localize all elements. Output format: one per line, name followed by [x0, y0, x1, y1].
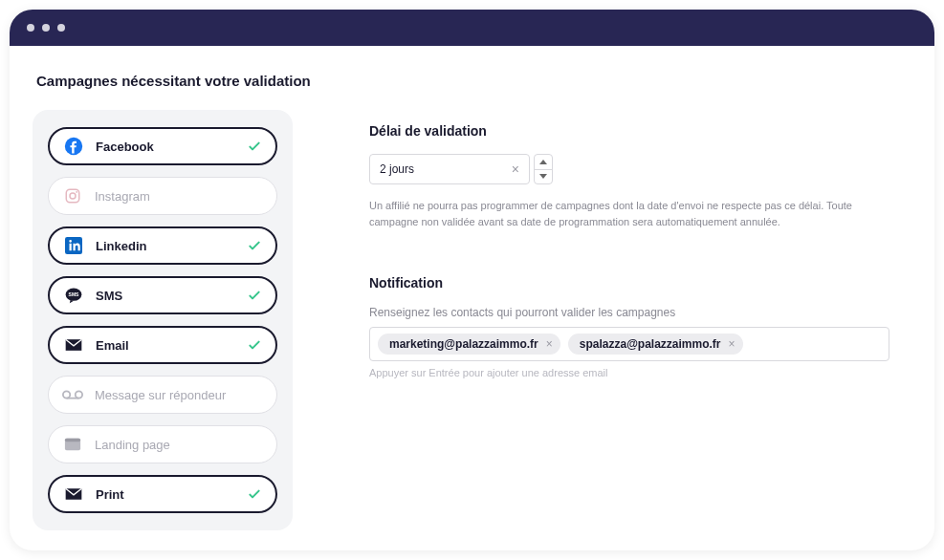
remove-tag-icon[interactable]: ×: [546, 337, 553, 351]
channel-label: Facebook: [96, 140, 247, 154]
channel-item-instagram[interactable]: Instagram: [48, 177, 277, 215]
check-icon: [247, 486, 262, 502]
clear-icon[interactable]: ×: [512, 162, 519, 177]
channel-label: Linkedin: [96, 239, 247, 253]
check-icon: [247, 337, 262, 353]
contact-tag: marketing@palazzaimmo.fr ×: [378, 334, 560, 355]
contacts-input[interactable]: marketing@palazzaimmo.fr × spalazza@pala…: [369, 327, 889, 361]
instagram-icon: [62, 185, 83, 206]
svg-text:SMS: SMS: [69, 291, 80, 297]
body: Facebook Instagram: [33, 110, 911, 530]
channel-panel: Facebook Instagram: [33, 110, 293, 530]
remove-tag-icon[interactable]: ×: [729, 337, 735, 351]
channel-item-sms[interactable]: SMS SMS: [48, 276, 277, 314]
check-icon: [247, 238, 262, 253]
channel-item-voicemail[interactable]: Message sur répondeur: [48, 376, 277, 414]
contact-email: spalazza@palazzaimmo.fr: [580, 337, 721, 351]
sms-icon: SMS: [63, 285, 84, 306]
contacts-hint: Appuyer sur Entrée pour ajouter une adre…: [369, 367, 911, 378]
channel-item-landing[interactable]: Landing page: [48, 425, 277, 463]
channel-label: Instagram: [95, 189, 263, 204]
channel-label: Message sur répondeur: [95, 388, 263, 402]
channel-item-email[interactable]: Email: [48, 326, 277, 364]
notification-label: Renseignez les contacts qui pourront val…: [369, 306, 911, 319]
svg-point-7: [63, 391, 70, 398]
landing-icon: [62, 434, 83, 455]
main-panel: Délai de validation 2 jours ×: [369, 110, 911, 530]
titlebar: [10, 10, 934, 46]
check-icon: [247, 288, 262, 303]
svg-point-3: [76, 191, 77, 193]
email-icon: [63, 334, 84, 355]
app-window: Campagnes nécessitant votre validation F…: [10, 10, 934, 550]
channel-label: Landing page: [95, 438, 263, 452]
delay-field-row: 2 jours ×: [369, 154, 911, 184]
contact-email: marketing@palazzaimmo.fr: [389, 337, 538, 351]
facebook-icon: [63, 136, 84, 157]
channel-item-facebook[interactable]: Facebook: [48, 127, 277, 165]
window-dot: [27, 24, 34, 32]
window-dot: [42, 24, 50, 32]
delay-help-text: Un affilié ne pourra pas programmer de c…: [369, 198, 886, 229]
svg-point-2: [70, 193, 76, 199]
channel-item-print[interactable]: Print: [48, 475, 277, 513]
channel-label: Print: [96, 487, 247, 502]
channel-list: Facebook Instagram: [48, 127, 277, 513]
channel-item-linkedin[interactable]: Linkedin: [48, 226, 277, 265]
svg-rect-11: [65, 439, 80, 442]
channel-label: Email: [96, 338, 247, 353]
svg-point-8: [76, 391, 82, 398]
window-dot: [57, 24, 65, 32]
contact-tag: spalazza@palazzaimmo.fr ×: [568, 334, 743, 355]
stepper-down[interactable]: [535, 170, 552, 184]
stepper-up[interactable]: [535, 155, 552, 170]
check-icon: [247, 139, 262, 154]
delay-value: 2 jours: [380, 162, 414, 176]
notification-title: Notification: [369, 275, 911, 291]
linkedin-icon: [63, 235, 84, 256]
content: Campagnes nécessitant votre validation F…: [10, 46, 934, 550]
page-title: Campagnes nécessitant votre validation: [33, 73, 911, 89]
print-icon: [63, 484, 84, 505]
delay-stepper: [534, 154, 553, 184]
delay-select[interactable]: 2 jours ×: [369, 154, 530, 184]
channel-label: SMS: [96, 289, 247, 303]
voicemail-icon: [62, 384, 83, 405]
delay-title: Délai de validation: [369, 123, 911, 139]
